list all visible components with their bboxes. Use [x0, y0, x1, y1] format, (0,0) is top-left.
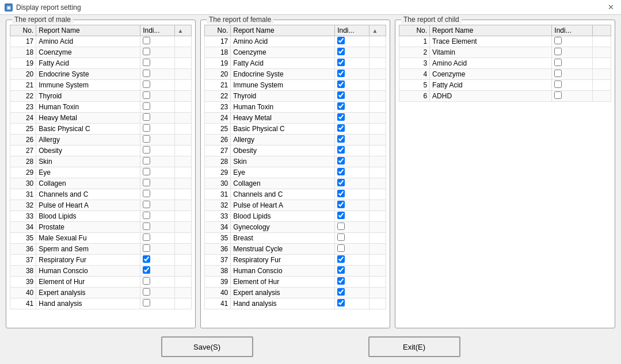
row-checkbox-cell[interactable] — [552, 91, 593, 102]
row-checkbox-cell[interactable] — [335, 298, 369, 309]
row-checkbox-cell[interactable] — [335, 266, 369, 277]
row-checkbox-cell[interactable] — [140, 200, 175, 211]
row-checkbox[interactable] — [143, 37, 150, 44]
row-checkbox[interactable] — [143, 124, 150, 132]
row-checkbox-cell[interactable] — [140, 211, 175, 222]
row-checkbox[interactable] — [337, 179, 345, 186]
row-checkbox-cell[interactable] — [552, 69, 593, 80]
row-checkbox[interactable] — [337, 277, 345, 285]
row-checkbox-cell[interactable] — [335, 36, 369, 47]
row-checkbox[interactable] — [337, 70, 345, 77]
row-checkbox[interactable] — [337, 146, 345, 154]
row-checkbox[interactable] — [143, 91, 150, 99]
row-checkbox-cell[interactable] — [140, 36, 175, 47]
row-checkbox[interactable] — [143, 113, 150, 121]
row-checkbox-cell[interactable] — [335, 80, 369, 91]
row-checkbox-cell[interactable] — [140, 167, 175, 178]
row-checkbox[interactable] — [143, 299, 150, 306]
row-checkbox[interactable] — [143, 59, 150, 66]
row-checkbox[interactable] — [337, 81, 345, 88]
row-checkbox-cell[interactable] — [140, 266, 175, 277]
row-checkbox[interactable] — [554, 91, 562, 99]
row-checkbox-cell[interactable] — [335, 178, 369, 189]
row-checkbox[interactable] — [337, 91, 345, 99]
row-checkbox-cell[interactable] — [335, 244, 369, 255]
row-checkbox-cell[interactable] — [335, 222, 369, 233]
close-button[interactable]: ✕ — [605, 3, 616, 12]
row-checkbox[interactable] — [337, 113, 345, 121]
row-checkbox-cell[interactable] — [335, 91, 369, 102]
row-checkbox[interactable] — [143, 223, 150, 230]
row-checkbox-cell[interactable] — [335, 167, 369, 178]
row-checkbox-cell[interactable] — [140, 91, 175, 102]
male-table-scroll[interactable]: No. Report Name Indi... ▲ 17Amino Acid18… — [10, 25, 192, 324]
row-checkbox-cell[interactable] — [140, 47, 175, 58]
row-checkbox[interactable] — [337, 288, 345, 296]
row-checkbox-cell[interactable] — [140, 233, 175, 244]
row-checkbox-cell[interactable] — [335, 102, 369, 113]
row-checkbox-cell[interactable] — [140, 135, 175, 145]
row-checkbox[interactable] — [337, 37, 345, 44]
row-checkbox-cell[interactable] — [140, 102, 175, 113]
row-checkbox[interactable] — [337, 102, 345, 110]
row-checkbox-cell[interactable] — [140, 145, 175, 156]
row-checkbox-cell[interactable] — [552, 80, 593, 91]
row-checkbox[interactable] — [143, 255, 150, 263]
row-checkbox[interactable] — [337, 223, 345, 230]
male-col-arrow[interactable]: ▲ — [175, 25, 192, 36]
row-checkbox-cell[interactable] — [552, 58, 593, 69]
row-checkbox[interactable] — [554, 37, 562, 44]
row-checkbox[interactable] — [143, 146, 150, 154]
row-checkbox[interactable] — [143, 288, 150, 296]
row-checkbox-cell[interactable] — [140, 80, 175, 91]
row-checkbox[interactable] — [143, 212, 150, 219]
row-checkbox-cell[interactable] — [140, 156, 175, 167]
row-checkbox-cell[interactable] — [335, 288, 369, 298]
row-checkbox-cell[interactable] — [140, 113, 175, 124]
row-checkbox[interactable] — [554, 48, 562, 55]
row-checkbox-cell[interactable] — [140, 298, 175, 309]
row-checkbox-cell[interactable] — [552, 36, 593, 47]
row-checkbox[interactable] — [143, 70, 150, 77]
row-checkbox[interactable] — [143, 201, 150, 208]
row-checkbox-cell[interactable] — [335, 113, 369, 124]
row-checkbox[interactable] — [337, 233, 345, 241]
row-checkbox-cell[interactable] — [140, 189, 175, 200]
row-checkbox[interactable] — [143, 48, 150, 55]
row-checkbox[interactable] — [337, 201, 345, 208]
row-checkbox[interactable] — [143, 168, 150, 175]
row-checkbox[interactable] — [337, 190, 345, 197]
row-checkbox-cell[interactable] — [335, 124, 369, 135]
row-checkbox[interactable] — [337, 299, 345, 306]
row-checkbox-cell[interactable] — [335, 156, 369, 167]
row-checkbox-cell[interactable] — [552, 47, 593, 58]
row-checkbox[interactable] — [143, 135, 150, 143]
row-checkbox-cell[interactable] — [335, 135, 369, 145]
row-checkbox[interactable] — [143, 81, 150, 88]
row-checkbox-cell[interactable] — [140, 222, 175, 233]
row-checkbox-cell[interactable] — [335, 255, 369, 266]
row-checkbox-cell[interactable] — [140, 288, 175, 298]
row-checkbox-cell[interactable] — [335, 69, 369, 80]
row-checkbox-cell[interactable] — [335, 200, 369, 211]
row-checkbox-cell[interactable] — [335, 145, 369, 156]
row-checkbox[interactable] — [554, 59, 562, 66]
row-checkbox[interactable] — [337, 168, 345, 175]
row-checkbox-cell[interactable] — [140, 277, 175, 288]
row-checkbox[interactable] — [143, 190, 150, 197]
row-checkbox[interactable] — [337, 266, 345, 274]
row-checkbox[interactable] — [554, 70, 562, 77]
row-checkbox[interactable] — [337, 212, 345, 219]
row-checkbox-cell[interactable] — [140, 244, 175, 255]
row-checkbox-cell[interactable] — [140, 255, 175, 266]
row-checkbox[interactable] — [143, 233, 150, 241]
row-checkbox[interactable] — [337, 59, 345, 66]
row-checkbox[interactable] — [143, 157, 150, 164]
row-checkbox[interactable] — [337, 157, 345, 164]
row-checkbox[interactable] — [143, 266, 150, 274]
row-checkbox[interactable] — [337, 48, 345, 55]
row-checkbox[interactable] — [337, 255, 345, 263]
row-checkbox-cell[interactable] — [335, 211, 369, 222]
row-checkbox-cell[interactable] — [335, 47, 369, 58]
exit-button[interactable]: Exit(E) — [368, 336, 460, 357]
